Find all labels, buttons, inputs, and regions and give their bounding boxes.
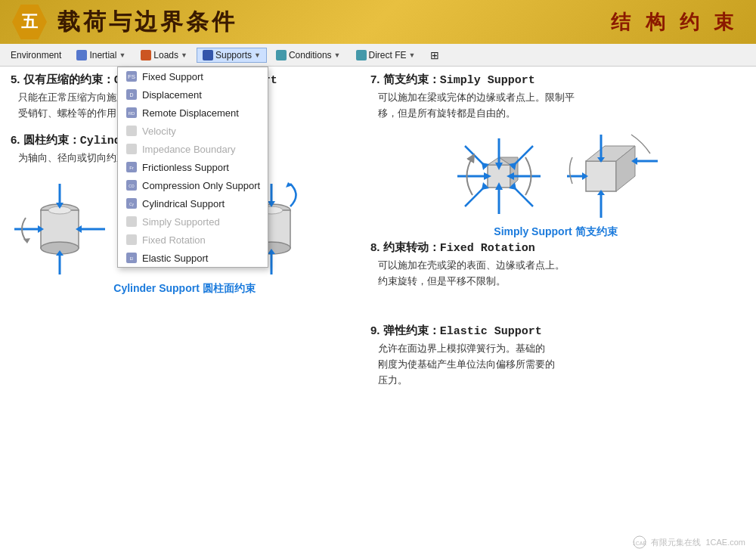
cylinder-label-text: Cylinder Support 圆柱面约束 (113, 282, 255, 294)
cylinder-label-container: Cylinder Support 圆柱面约束 (11, 281, 358, 296)
conditions-icon (276, 50, 287, 60)
cylindrical-label: Cylindrical Support (142, 198, 225, 209)
section7-heading: 7. 简支约束：Simply Support (370, 73, 741, 87)
s6-number: 6. (11, 133, 20, 146)
menu-remote-displacement[interactable]: RD Remote Displacement (118, 104, 268, 122)
simply-support-diagram1 (450, 131, 548, 222)
fixed-rotation-icon (125, 234, 138, 246)
svg-text:D: D (129, 92, 133, 98)
s8-title-en: Fixed Rotation (440, 242, 535, 255)
loads-icon (141, 50, 151, 60)
loads-label: Loads (153, 50, 178, 60)
header: 五 载荷与边界条件 结 构 约 束 (0, 0, 756, 44)
supports-dropdown: FS Fixed Support D Displacement RD Remot… (117, 67, 268, 268)
s7-title-zh: 简支约束： (383, 73, 440, 85)
extra-icon: ⊞ (430, 49, 439, 61)
toolbar-loads[interactable]: Loads ▼ (135, 48, 194, 63)
toolbar-direct-fe[interactable]: Direct FE ▼ (350, 48, 422, 63)
s8-number: 8. (370, 240, 380, 253)
section8-heading: 8. 约束转动：Fixed Rotation (370, 240, 741, 255)
s7-number: 7. (370, 73, 380, 85)
menu-fixed-support[interactable]: FS Fixed Support (118, 67, 268, 85)
conditions-label: Conditions (289, 50, 332, 60)
watermark: 1CAE 有限元集在线 1CAE.com (633, 535, 745, 549)
main-content: 5. 仅有压缩的约束：Compression Only Support 只能在正… (0, 67, 756, 552)
menu-compression-only[interactable]: CO Compression Only Support (118, 176, 268, 194)
elastic-icon: El (125, 252, 138, 264)
frictionless-icon: Fr (125, 161, 138, 173)
inertial-arrow-icon: ▼ (119, 51, 125, 59)
impedance-label: Impedance Boundary (142, 144, 236, 155)
svg-text:FS: FS (128, 73, 135, 80)
menu-displacement[interactable]: D Displacement (118, 85, 268, 104)
menu-frictionless[interactable]: Fr Frictionless Support (118, 158, 268, 176)
section9-body: 允许在面边界上模拟弹簧行为。基础的 刚度为使基础产生单位法向偏移所需要的 压力。 (378, 341, 741, 388)
svg-rect-14 (126, 216, 137, 227)
section7: 7. 简支约束：Simply Support 可以施加在梁或完体的边缘或者点上。… (370, 73, 741, 239)
s9-title-en: Elastic Support (440, 325, 542, 338)
s9-title-zh: 弹性约束： (383, 324, 440, 336)
svg-marker-60 (23, 238, 30, 243)
watermark-logo-icon: 1CAE (633, 535, 646, 549)
toolbar-conditions[interactable]: Conditions ▼ (270, 48, 347, 63)
cylindrical-icon: Cy (125, 197, 138, 209)
svg-text:CO: CO (129, 184, 135, 188)
s8-title-zh: 约束转动： (383, 240, 440, 253)
svg-text:Fr: Fr (129, 166, 134, 170)
header-number: 五 (21, 11, 38, 33)
simply-support-diagram2 (563, 131, 662, 222)
toolbar-supports[interactable]: Supports ▼ (197, 48, 267, 63)
menu-impedance: Impedance Boundary (118, 140, 268, 158)
simply-supported-icon (125, 216, 138, 228)
compression-icon: CO (125, 179, 138, 191)
compression-label: Compression Only Support (142, 180, 260, 191)
toolbar-environment[interactable]: Environment (5, 48, 67, 63)
menu-velocity: Velocity (118, 122, 268, 140)
environment-label: Environment (11, 50, 61, 60)
simply-supported-label: Simply Supported (142, 216, 220, 228)
velocity-icon (125, 125, 138, 137)
remote-displacement-label: Remote Displacement (142, 107, 239, 119)
displacement-label: Displacement (142, 89, 202, 101)
direct-fe-arrow-icon: ▼ (409, 51, 416, 59)
toolbar-extra[interactable]: ⊞ (424, 47, 445, 64)
watermark-org: 有限元集在线 (651, 537, 701, 548)
s7-title-en: Simply Support (440, 74, 535, 87)
conditions-arrow-icon: ▼ (334, 51, 341, 59)
svg-marker-37 (586, 161, 616, 191)
svg-text:RD: RD (129, 111, 135, 116)
section9-heading: 9. 弹性约束：Elastic Support (370, 324, 741, 338)
simply-support-diagrams (370, 131, 741, 222)
s9-number: 9. (370, 324, 380, 336)
s5-number: 5. (11, 73, 20, 85)
svg-rect-6 (126, 126, 137, 136)
header-number-badge: 五 (12, 5, 47, 39)
header-title: 载荷与边界条件 (57, 7, 237, 38)
supports-arrow-icon: ▼ (254, 51, 261, 59)
menu-fixed-rotation: Fixed Rotation (118, 231, 268, 249)
inertial-label: Inertial (89, 50, 116, 60)
svg-rect-15 (126, 234, 137, 245)
svg-rect-7 (126, 144, 137, 154)
menu-cylindrical[interactable]: Cy Cylindrical Support (118, 194, 268, 212)
supports-label: Supports (215, 50, 252, 60)
displacement-icon: D (125, 88, 138, 101)
section8-body: 可以施加在壳或梁的表面、边缘或者点上。 约束旋转，但是平移不限制。 (378, 258, 741, 290)
velocity-label: Velocity (142, 126, 176, 137)
section9: 9. 弹性约束：Elastic Support 允许在面边界上模拟弹簧行为。基础… (370, 324, 741, 388)
section8: 8. 约束转动：Fixed Rotation 可以施加在壳或梁的表面、边缘或者点… (370, 240, 741, 290)
toolbar-inertial[interactable]: Inertial ▼ (70, 48, 132, 63)
svg-text:Cy: Cy (129, 202, 135, 206)
menu-elastic[interactable]: El Elastic Support (118, 249, 268, 267)
simply-support-label-text: Simply Support 简支约束 (494, 225, 617, 237)
impedance-icon (125, 143, 138, 155)
s5-title-zh: 仅有压缩的约束： (23, 73, 114, 85)
fixed-support-icon: FS (125, 70, 138, 82)
watermark-site: 1CAE.com (705, 538, 745, 547)
supports-icon (203, 50, 213, 60)
elastic-label: Elastic Support (142, 253, 208, 264)
svg-marker-79 (286, 182, 293, 188)
remote-displacement-icon: RD (125, 107, 138, 119)
fixed-rotation-label: Fixed Rotation (142, 234, 206, 246)
simply-support-label: Simply Support 简支约束 (370, 225, 741, 239)
